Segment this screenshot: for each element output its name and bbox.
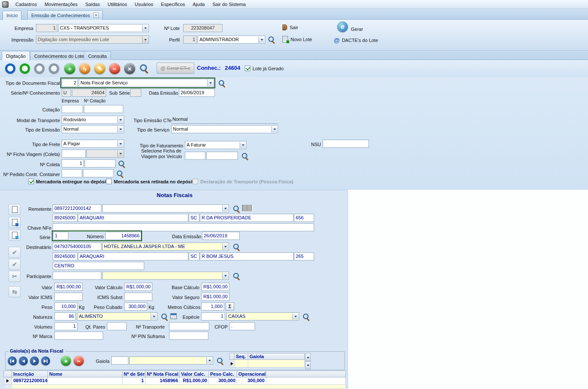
mercadoria-retirada-label[interactable]: Mercadoria será retirada no depósito [114, 178, 196, 186]
novo-lote-button[interactable]: Novo Lote [282, 36, 312, 42]
tipo-emissao-combo[interactable]: Normal [62, 125, 124, 133]
ficha-viagem-field[interactable] [62, 150, 86, 158]
n-marca-field[interactable] [54, 332, 103, 340]
ficha-veiculo-code-field[interactable] [185, 152, 205, 160]
valor-seguro-field[interactable]: R$1.000,00 [201, 293, 229, 301]
destinatario-cep-field[interactable]: 89245000 [53, 252, 77, 260]
dropdown-arrow-icon[interactable] [292, 313, 298, 320]
natureza-code-field[interactable]: 86 [54, 312, 76, 320]
table-lookup-icon[interactable] [170, 313, 177, 319]
menu-utilitarios[interactable]: Utilitários [104, 0, 131, 8]
cfop-field[interactable]: . [229, 322, 255, 330]
data-emissao-nf-field[interactable]: 26/06/2019 [202, 232, 240, 240]
coleta-code-field[interactable]: 1 [62, 159, 84, 168]
tipo-faturamento-combo[interactable]: A Faturar [185, 141, 246, 149]
dropdown-arrow-icon[interactable] [240, 142, 246, 148]
nav-circle-1-icon[interactable] [5, 63, 15, 74]
search-icon[interactable] [233, 272, 240, 280]
gerar-cte-button[interactable]: @ Gerar CT-e [157, 63, 194, 74]
col-inscricao[interactable]: Inscrição [12, 371, 48, 377]
new-row-placeholder[interactable] [12, 385, 346, 389]
mercadoria-retirada-checkbox[interactable] [106, 179, 112, 184]
tipo-emissao-cte-field[interactable]: Normal [171, 116, 278, 124]
ficha-viagem-combo[interactable] [86, 150, 124, 158]
col-operacional[interactable]: Operacional [237, 371, 266, 377]
gaiola-add-button[interactable]: + [61, 356, 71, 366]
gaiolas-col-seq[interactable]: Seq. [235, 353, 248, 360]
search-icon[interactable] [217, 357, 224, 365]
gaiolas-grid-scrollbar[interactable] [305, 353, 311, 369]
peso-field[interactable]: 10,000 [54, 302, 77, 311]
dropdown-arrow-icon[interactable] [142, 36, 148, 43]
especie-code-field[interactable]: 1 [201, 312, 225, 320]
destinatario-cidade-field[interactable]: ARAQUARI [78, 252, 188, 260]
pedido-field[interactable] [83, 169, 114, 177]
lote-gerado-label[interactable]: Lote já Gerado [252, 65, 284, 73]
menu-saidas[interactable]: Saídas [81, 0, 104, 8]
col-nome[interactable]: Nome [48, 371, 122, 377]
table-row[interactable]: 08972212000142 1 1458966 R$1.000,00 300,… [3, 377, 346, 385]
destinatario-bairro-field[interactable]: CENTRO [53, 262, 144, 270]
tipo-doc-combo[interactable]: Nota Fiscal de Serviço [79, 79, 214, 87]
search-icon[interactable] [233, 243, 240, 251]
scroll-down-icon[interactable] [305, 361, 311, 369]
gaiola-remove-button[interactable]: − [74, 356, 84, 366]
data-emissao-field[interactable]: 26/06/2019 [179, 89, 215, 97]
remetente-cep-field[interactable]: 89245000 [53, 214, 77, 222]
valor-field[interactable]: R$1.000,00 [54, 283, 83, 291]
tab-emissao-conhecimentos[interactable]: Emissão de Conhecimentos ✕ [27, 10, 103, 20]
destinatario-doc-field[interactable]: 04793754000105 [53, 242, 101, 251]
nf-transfer-button[interactable]: ⇆ [9, 286, 21, 297]
destinatario-numero-field[interactable]: 265 [294, 252, 314, 260]
remetente-logradouro-field[interactable]: R DA PROSPERIDADE [200, 214, 294, 222]
valor-calculo-field[interactable]: R$1.000,00 [124, 283, 152, 291]
pedido-code-field[interactable] [62, 169, 82, 177]
empresa-combo[interactable]: CXS - TRANSPORTES [58, 24, 149, 32]
icms-subst-field[interactable] [124, 293, 152, 301]
sair-button[interactable]: Sair [282, 24, 298, 30]
lightning-button[interactable]: ϟ [79, 63, 90, 74]
dropdown-arrow-icon[interactable] [207, 80, 213, 86]
cotacao-empresa-field[interactable] [62, 105, 83, 113]
nav-circle-2-icon[interactable] [20, 63, 30, 74]
search-icon[interactable] [140, 64, 148, 73]
tipo-doc-code-field[interactable]: 2 [62, 79, 78, 87]
cell-inscricao[interactable]: 08972212000142 [12, 377, 48, 385]
perfil-combo[interactable]: ADMINISTRADOR [198, 36, 265, 44]
remetente-doc-field[interactable]: 08972212000142 [53, 204, 101, 212]
qt-pares-field[interactable] [107, 322, 127, 330]
menu-movimentacoes[interactable]: Movimentações [41, 0, 81, 8]
dropdown-arrow-icon[interactable] [258, 36, 264, 43]
cell-nome[interactable] [48, 377, 122, 385]
gaiolas-grid-row[interactable] [229, 360, 305, 368]
cell-n-nota-fiscal[interactable]: 1458966 [146, 377, 180, 385]
tipo-frete-combo[interactable]: A Pagar [62, 140, 124, 148]
destinatario-logradouro-field[interactable]: R BOM JESUS [200, 252, 294, 260]
mercadoria-entregue-checkbox[interactable] [28, 179, 34, 184]
lote-field[interactable]: 223208047 [183, 24, 223, 32]
participante-combo[interactable] [102, 272, 229, 280]
menu-especificos[interactable]: Específicos [157, 0, 189, 8]
dropdown-arrow-icon[interactable] [222, 205, 228, 212]
destinatario-combo[interactable]: HOTEL ZANELLA JASPER LTDA - ME [102, 242, 229, 251]
remetente-cidade-field[interactable]: ARAQUARI [78, 214, 188, 222]
subtab-consulta[interactable]: Consulta [84, 51, 111, 60]
cell-valor-calc[interactable]: R$1.000,00 [180, 377, 209, 385]
dacte-button[interactable]: @ DACTE's do Lote [334, 37, 378, 44]
search-icon[interactable] [303, 313, 310, 320]
subtab-digitacao[interactable]: Digitação [2, 51, 30, 60]
add-record-button[interactable]: + [64, 63, 75, 74]
metros-cubicos-field[interactable]: 1,000 [201, 302, 224, 311]
pin-suframa-field[interactable] [169, 332, 208, 340]
nav-circle-4-icon[interactable] [49, 63, 59, 74]
menu-sair-do-sistema[interactable]: Sair do Sistema [208, 0, 249, 8]
gaiolas-cell-gaiola[interactable] [248, 360, 305, 368]
lote-gerado-checkbox[interactable] [245, 66, 250, 71]
sum-button[interactable]: Σ [226, 302, 234, 311]
gaiola-combo[interactable] [129, 356, 213, 365]
dropdown-arrow-icon[interactable] [117, 117, 123, 123]
gerar-button[interactable]: Gerar [351, 25, 363, 33]
tab-inicio[interactable]: Início [3, 11, 21, 20]
especie-combo[interactable]: CAIXAS [226, 312, 299, 320]
col-n-nota-fiscal[interactable]: Nº Nota Fiscal [146, 371, 180, 377]
